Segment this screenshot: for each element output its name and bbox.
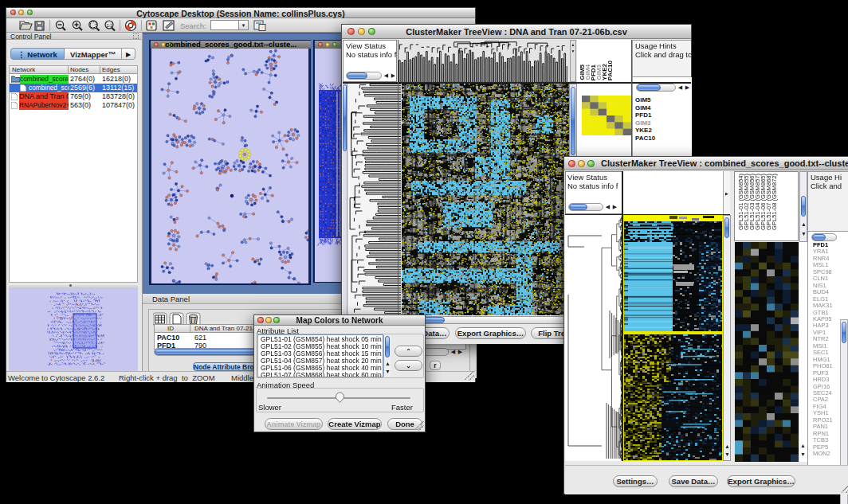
svg-text:Search:: Search: [180, 21, 206, 30]
svg-text:1:1: 1:1 [107, 23, 113, 28]
